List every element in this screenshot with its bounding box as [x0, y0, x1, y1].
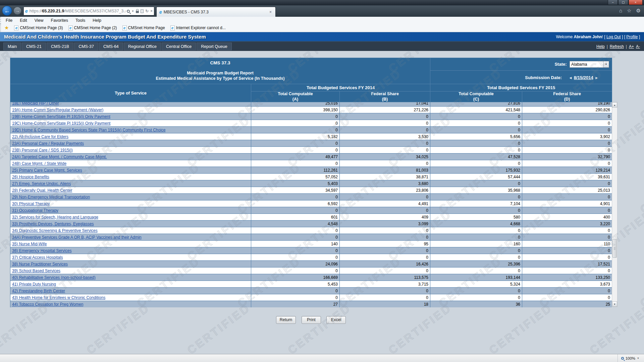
menu-tools[interactable]: Tools — [75, 18, 85, 23]
service-link[interactable]: 28) Federally Qual. Health Center — [12, 188, 72, 193]
nav-tab-report-queue[interactable]: Report Queue — [197, 43, 232, 50]
return-button[interactable]: Return — [276, 316, 296, 324]
menu-edit[interactable]: Edit — [20, 18, 27, 23]
nav-tab-central-office[interactable]: Central Office — [162, 43, 196, 50]
menu-file[interactable]: File — [6, 18, 12, 23]
font-decrease-link[interactable]: A- — [636, 44, 640, 49]
service-link[interactable]: 44) Tobacco Cessation for Preg Women — [12, 302, 83, 307]
back-button[interactable]: ← — [2, 6, 12, 16]
nav-tab-cms37[interactable]: CMS-37 — [74, 43, 98, 50]
service-link[interactable]: 19B) Home-Comm Serv/State Pl 1915(i) Onl… — [12, 114, 110, 119]
value-cell: 49,477 — [251, 154, 340, 160]
star-favorites-icon[interactable]: ☆ — [627, 8, 631, 13]
search-icon[interactable] — [127, 10, 130, 13]
service-link[interactable]: 34A) Preventive Services Grade A OR B, A… — [12, 235, 142, 240]
favorite-item[interactable]: eCMSnet Home Page — [122, 25, 165, 31]
status-bar: 100% ▼ — [0, 354, 644, 362]
state-select[interactable]: Alabama ▼ — [570, 61, 609, 68]
service-link[interactable]: 37) Critical Access Hospitals — [12, 255, 63, 260]
refresh-link[interactable]: Refresh — [610, 44, 624, 49]
print-button[interactable]: Print — [302, 316, 321, 324]
service-link[interactable]: 43) Health Home for Enrollees w Chronic … — [12, 295, 105, 300]
service-link[interactable]: 23B) Personal Care / SDS 1915(j) — [12, 148, 73, 153]
nav-tab-regional-office[interactable]: Regional Office — [124, 43, 161, 50]
scroll-up-icon[interactable]: ▲ — [612, 102, 617, 108]
watermark-text: CERTIFIED — [487, 301, 555, 354]
service-link[interactable]: 34) Diagnostic Screening & Preventive Se… — [12, 228, 98, 233]
service-link[interactable]: 18E) Medicaid HIP / Other — [12, 102, 59, 106]
table-row: 43) Health Home for Enrollees w Chronic … — [10, 294, 612, 301]
favorite-item[interactable]: eCMSnet Home Page (2) — [68, 25, 117, 31]
menu-help[interactable]: Help — [93, 18, 101, 23]
favorite-item[interactable]: eCMSnet Home Page (3) — [14, 25, 63, 31]
service-link[interactable]: 33) Prosthetic Devices, Dentures, Eyegla… — [12, 222, 94, 226]
address-bar[interactable]: e https://65.220.21.9/MBESCBES/CMS37/CMS… — [23, 7, 154, 15]
service-link[interactable]: 39) School Based Services — [12, 268, 60, 273]
scroll-down-icon[interactable]: ▼ — [612, 301, 617, 307]
gear-icon[interactable]: ⚙ — [636, 8, 641, 13]
submission-date-link[interactable]: 8/15/2014 — [574, 75, 593, 80]
excel-button[interactable]: Excel — [326, 316, 346, 324]
maximize-button[interactable]: ▢ — [618, 0, 628, 5]
service-link[interactable]: 31) Occupational Therapy — [12, 208, 58, 213]
service-link[interactable]: 25) Primary Care Case Mgmt. Services — [12, 168, 82, 173]
value-cell: 0 — [340, 127, 430, 133]
favorite-item[interactable]: eInternet Explorer cannot d... — [170, 25, 226, 31]
next-date-icon[interactable]: ► — [595, 76, 598, 80]
table-row: 42) Freestanding Birth Center0000 — [10, 288, 612, 294]
home-icon[interactable]: ⌂ — [619, 8, 622, 13]
zoom-control[interactable]: 100% ▼ — [618, 354, 644, 362]
chevron-down-icon[interactable]: ▼ — [131, 10, 134, 13]
forward-button[interactable]: → — [13, 7, 21, 15]
service-link[interactable]: 22) All-Inclusive Care for Elders — [12, 134, 68, 139]
service-link[interactable]: 30) Physical Therapy — [12, 201, 50, 206]
service-link[interactable]: 38) Nurse Practitioner Services — [12, 262, 68, 266]
service-link[interactable]: 24B) Case Mgmt. / State Wide — [12, 161, 66, 166]
add-favorite-star-icon[interactable]: ★ — [4, 25, 9, 31]
profile-link[interactable]: Profile — [624, 35, 640, 39]
report-title-line1: Medicaid Program Budget Report — [10, 71, 430, 76]
service-link[interactable]: 29) Non-Emergency Medical Transportation — [12, 195, 90, 199]
url-text[interactable]: https://65.220.21.9/MBESCBES/CMS37/CMS37… — [30, 9, 125, 13]
service-link[interactable]: 40) Rehabilitative Services (non-school-… — [12, 275, 96, 280]
vertical-scrollbar[interactable]: ▲ ▼ — [612, 102, 618, 307]
service-link[interactable]: 26) Hospice Benefits — [12, 175, 49, 179]
service-link[interactable]: 19D) Home & Community Based Services Sta… — [12, 128, 166, 132]
service-link[interactable]: 32) Services for Speech, Hearing and Lan… — [12, 215, 98, 220]
submission-cell: Submission Date: ◄ 8/15/2014 ► — [430, 71, 612, 84]
help-link[interactable]: Help — [596, 44, 605, 49]
service-link[interactable]: 19A) Home-Comm Serv/Regular Payment (Wai… — [12, 108, 103, 112]
value-cell: 4,491 — [340, 200, 430, 207]
previous-date-icon[interactable]: ◄ — [569, 76, 573, 80]
nav-tab-cms64[interactable]: CMS-64 — [99, 43, 123, 50]
compatibility-view-icon[interactable] — [141, 9, 144, 13]
tab-close-icon[interactable]: × — [268, 10, 273, 14]
service-link[interactable]: 35) Nurse Mid-Wife — [12, 242, 47, 246]
service-link[interactable]: 27) Emeg. Service Undoc. Aliens — [12, 181, 71, 186]
service-link[interactable]: 36) Emergency Hospital Services — [12, 248, 71, 253]
value-cell: 271,226 — [340, 107, 430, 113]
service-link[interactable]: 24A) Targeted Case Mgmt. / Community Cas… — [12, 155, 107, 159]
menu-view[interactable]: View — [35, 18, 44, 23]
select-dropdown-icon[interactable]: ▼ — [603, 61, 609, 67]
font-increase-link[interactable]: A+ — [629, 44, 634, 49]
menu-favorites[interactable]: Favorites — [51, 18, 68, 23]
value-cell: 0 — [522, 147, 612, 154]
service-link[interactable]: 19C) Home-Comm Serv/State Pl 1915(j) Onl… — [12, 121, 110, 126]
service-link[interactable]: 23A) Personal Care / Regular Payments — [12, 141, 84, 146]
scrollbar-thumb[interactable] — [612, 239, 617, 258]
service-link[interactable]: 42) Freestanding Birth Center — [12, 289, 65, 293]
nav-tab-cms21b[interactable]: CMS-21B — [47, 43, 73, 50]
logout-link[interactable]: Log Out — [603, 35, 624, 39]
browser-tab[interactable]: e MBES/CBES - CMS 37.3 × — [156, 7, 276, 17]
minimize-button[interactable]: – — [608, 0, 618, 5]
service-link[interactable]: 41) Private Duty Nursing — [12, 282, 56, 287]
nav-tab-main[interactable]: Main — [3, 43, 21, 50]
refresh-icon[interactable]: ↻ — [145, 9, 149, 13]
stop-icon[interactable]: × — [150, 9, 153, 13]
close-button[interactable]: × — [629, 0, 643, 5]
value-cell: 0 — [522, 180, 612, 187]
report-table-body-table: 18E) Medicaid HIP / Other25,01617,04127,… — [10, 102, 612, 307]
nav-tab-cms21[interactable]: CMS-21 — [22, 43, 46, 50]
table-row: 29) Non-Emergency Medical Transportation… — [10, 194, 612, 200]
